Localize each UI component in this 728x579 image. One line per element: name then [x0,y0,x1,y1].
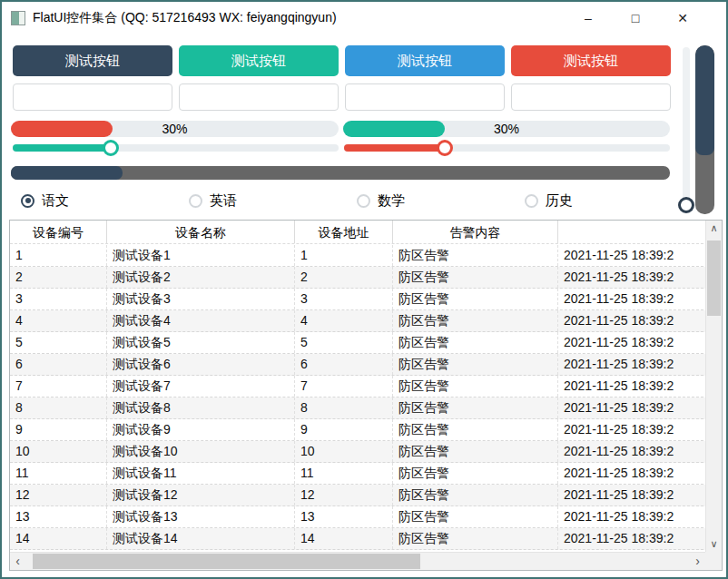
table-cell: 5 [10,332,107,353]
table-row[interactable]: 14测试设备1414防区告警2021-11-25 18:39:2 [10,528,722,550]
table-cell: 13 [295,506,393,527]
close-button[interactable]: ✕ [659,2,706,34]
table-cell: 测试设备7 [107,376,295,397]
table-row[interactable]: 12测试设备1212防区告警2021-11-25 18:39:2 [10,485,722,506]
radio-option-3[interactable]: 数学 [357,191,405,211]
header-alarm-time[interactable] [558,221,722,243]
table-cell: 测试设备9 [107,419,295,440]
header-device-address[interactable]: 设备地址 [295,221,393,243]
table-row[interactable]: 6测试设备66防区告警2021-11-25 18:39:2 [10,354,722,376]
slider-green-handle[interactable] [103,140,119,156]
table-cell: 2 [295,267,393,288]
header-device-id[interactable]: 设备编号 [10,221,107,243]
app-window: FlatUI控件集合 (QQ: 517216493 WX: feiyangqin… [0,0,728,579]
table-cell: 7 [10,376,107,397]
radio-group: 语文英语数学历史 [2,191,674,211]
vertical-progressbar [695,45,714,214]
text-input-4[interactable] [511,83,671,111]
radio-option-1[interactable]: 语文 [21,191,69,211]
close-icon: ✕ [677,11,688,25]
header-device-name[interactable]: 设备名称 [107,221,295,243]
slider-red-fill [344,144,445,152]
scroll-up-icon[interactable]: ∧ [706,221,722,236]
vertical-slider[interactable] [683,47,690,209]
table-cell: 2021-11-25 18:39:2 [558,354,722,375]
maximize-button[interactable]: □ [612,2,659,34]
table-vertical-scrollbar[interactable]: ∧ ∨ [705,221,722,552]
test-button-green[interactable]: 测试按钮 [179,45,339,76]
table-cell: 9 [295,419,393,440]
device-table: 设备编号 设备名称 设备地址 告警内容 1测试设备11防区告警2021-11-2… [9,220,723,571]
table-row[interactable]: 2测试设备22防区告警2021-11-25 18:39:2 [10,267,722,289]
table-cell: 2021-11-25 18:39:2 [558,376,722,397]
vertical-scroll-thumb[interactable] [707,240,721,316]
table-row[interactable]: 8测试设备88防区告警2021-11-25 18:39:2 [10,397,722,419]
table-cell: 2021-11-25 18:39:2 [558,332,722,353]
radio-option-4[interactable]: 历史 [525,191,573,211]
radio-label: 数学 [378,192,405,210]
minimize-icon: – [585,11,592,25]
scroll-down-icon[interactable]: ∨ [706,536,722,552]
table-row[interactable]: 1测试设备11防区告警2021-11-25 18:39:2 [10,245,722,267]
slider-red[interactable] [344,144,670,152]
window-controls: – □ ✕ [565,2,706,34]
table-cell: 2021-11-25 18:39:2 [558,310,722,331]
horizontal-scroll-thumb[interactable] [33,554,420,569]
header-alarm-content[interactable]: 告警内容 [393,221,558,243]
text-input-3[interactable] [345,83,505,111]
radio-label: 英语 [210,192,237,210]
table-body: 1测试设备11防区告警2021-11-25 18:39:22测试设备22防区告警… [10,245,722,552]
table-row[interactable]: 9测试设备99防区告警2021-11-25 18:39:2 [10,419,722,441]
test-button-dark[interactable]: 测试按钮 [13,45,172,76]
table-row[interactable]: 13测试设备1313防区告警2021-11-25 18:39:2 [10,506,722,528]
table-cell: 测试设备4 [107,310,295,331]
table-cell: 3 [295,289,393,309]
slider-green[interactable] [13,144,339,152]
table-row[interactable]: 7测试设备77防区告警2021-11-25 18:39:2 [10,376,722,397]
app-icon [11,11,25,25]
vertical-slider-handle[interactable] [678,197,694,213]
table-cell: 2021-11-25 18:39:2 [558,506,722,527]
radio-unselected-icon[interactable] [525,194,538,208]
table-cell: 1 [10,245,107,266]
table-cell: 2021-11-25 18:39:2 [558,289,722,309]
table-row[interactable]: 4测试设备44防区告警2021-11-25 18:39:2 [10,310,722,332]
table-row[interactable]: 10测试设备1010防区告警2021-11-25 18:39:2 [10,441,722,463]
table-cell: 防区告警 [393,419,558,440]
test-button-red[interactable]: 测试按钮 [511,45,671,76]
radio-option-2[interactable]: 英语 [189,191,237,211]
slider-red-handle[interactable] [437,140,453,156]
table-cell: 测试设备11 [107,463,295,484]
table-cell: 11 [295,463,393,484]
table-cell: 防区告警 [393,245,558,266]
scroll-right-icon[interactable]: › [690,553,705,570]
table-cell: 11 [10,463,107,484]
table-cell: 防区告警 [393,354,558,375]
radio-unselected-icon[interactable] [189,194,202,208]
radio-unselected-icon[interactable] [357,194,370,208]
test-button-blue[interactable]: 测试按钮 [345,45,505,76]
table-cell: 防区告警 [393,332,558,353]
text-input-2[interactable] [179,83,339,111]
table-cell: 测试设备5 [107,332,295,353]
table-cell: 14 [10,528,107,549]
table-row[interactable]: 3测试设备33防区告警2021-11-25 18:39:2 [10,289,722,310]
text-input-1[interactable] [13,83,172,111]
table-cell: 10 [10,441,107,462]
minimize-button[interactable]: – [565,2,612,34]
table-cell: 6 [10,354,107,375]
table-cell: 2021-11-25 18:39:2 [558,463,722,484]
table-cell: 防区告警 [393,310,558,331]
progressbar-green-value: 30% [343,121,670,137]
maximize-icon: □ [632,11,639,25]
table-row[interactable]: 5测试设备55防区告警2021-11-25 18:39:2 [10,332,722,354]
table-cell: 2021-11-25 18:39:2 [558,267,722,288]
scroll-left-icon[interactable]: ‹ [10,553,25,570]
table-cell: 防区告警 [393,441,558,462]
table-cell: 4 [295,310,393,331]
table-row[interactable]: 11测试设备1111防区告警2021-11-25 18:39:2 [10,463,722,485]
progressbar-red-value: 30% [11,121,339,137]
table-cell: 2021-11-25 18:39:2 [558,485,722,505]
table-horizontal-scrollbar[interactable]: ‹ › [10,552,705,570]
radio-selected-icon[interactable] [21,194,34,208]
